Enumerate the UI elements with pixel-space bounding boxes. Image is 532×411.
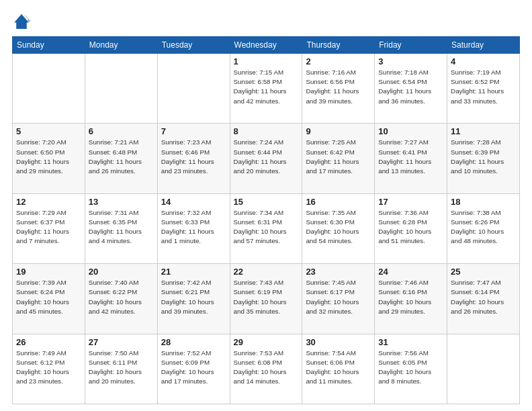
calendar-week-3: 12Sunrise: 7:29 AM Sunset: 6:37 PM Dayli… bbox=[13, 193, 520, 263]
calendar-cell: 4Sunrise: 7:19 AM Sunset: 6:52 PM Daylig… bbox=[447, 54, 520, 124]
calendar-week-4: 19Sunrise: 7:39 AM Sunset: 6:24 PM Dayli… bbox=[13, 264, 520, 334]
day-info: Sunrise: 7:27 AM Sunset: 6:41 PM Dayligh… bbox=[378, 138, 443, 176]
calendar-header-row: SundayMondayTuesdayWednesdayThursdayFrid… bbox=[13, 37, 520, 54]
day-number: 4 bbox=[451, 56, 516, 66]
day-info: Sunrise: 7:21 AM Sunset: 6:48 PM Dayligh… bbox=[89, 138, 154, 176]
day-header-thursday: Thursday bbox=[302, 37, 375, 54]
calendar-cell: 28Sunrise: 7:52 AM Sunset: 6:09 PM Dayli… bbox=[157, 334, 230, 404]
day-number: 12 bbox=[16, 197, 81, 207]
day-number: 3 bbox=[378, 56, 443, 66]
day-info: Sunrise: 7:25 AM Sunset: 6:42 PM Dayligh… bbox=[306, 138, 371, 176]
day-number: 30 bbox=[306, 337, 371, 347]
day-number: 21 bbox=[161, 267, 226, 277]
calendar-cell: 25Sunrise: 7:47 AM Sunset: 6:14 PM Dayli… bbox=[447, 264, 520, 334]
calendar-cell bbox=[157, 54, 230, 124]
calendar-cell: 7Sunrise: 7:23 AM Sunset: 6:46 PM Daylig… bbox=[157, 124, 230, 193]
day-info: Sunrise: 7:45 AM Sunset: 6:17 PM Dayligh… bbox=[306, 278, 371, 316]
calendar-week-1: 1Sunrise: 7:15 AM Sunset: 6:58 PM Daylig… bbox=[13, 54, 520, 124]
calendar-week-5: 26Sunrise: 7:49 AM Sunset: 6:12 PM Dayli… bbox=[13, 334, 520, 404]
calendar-cell: 12Sunrise: 7:29 AM Sunset: 6:37 PM Dayli… bbox=[13, 193, 85, 263]
day-number: 18 bbox=[451, 197, 516, 207]
day-info: Sunrise: 7:23 AM Sunset: 6:46 PM Dayligh… bbox=[161, 138, 226, 176]
day-info: Sunrise: 7:28 AM Sunset: 6:39 PM Dayligh… bbox=[451, 138, 516, 176]
day-info: Sunrise: 7:36 AM Sunset: 6:28 PM Dayligh… bbox=[378, 208, 443, 246]
day-number: 16 bbox=[306, 197, 371, 207]
page: SundayMondayTuesdayWednesdayThursdayFrid… bbox=[0, 0, 532, 411]
day-info: Sunrise: 7:46 AM Sunset: 6:16 PM Dayligh… bbox=[378, 278, 443, 316]
day-number: 17 bbox=[378, 197, 443, 207]
calendar-cell: 19Sunrise: 7:39 AM Sunset: 6:24 PM Dayli… bbox=[13, 264, 85, 334]
day-number: 14 bbox=[161, 197, 226, 207]
day-info: Sunrise: 7:15 AM Sunset: 6:58 PM Dayligh… bbox=[234, 68, 299, 106]
calendar-cell: 3Sunrise: 7:18 AM Sunset: 6:54 PM Daylig… bbox=[375, 54, 447, 124]
day-number: 26 bbox=[16, 337, 81, 347]
day-number: 19 bbox=[16, 267, 81, 277]
calendar-cell: 23Sunrise: 7:45 AM Sunset: 6:17 PM Dayli… bbox=[302, 264, 375, 334]
calendar-cell: 8Sunrise: 7:24 AM Sunset: 6:44 PM Daylig… bbox=[230, 124, 302, 193]
calendar-cell: 14Sunrise: 7:32 AM Sunset: 6:33 PM Dayli… bbox=[157, 193, 230, 263]
day-number: 6 bbox=[89, 126, 154, 136]
calendar-cell bbox=[13, 54, 85, 124]
day-number: 10 bbox=[378, 126, 443, 136]
calendar-cell: 24Sunrise: 7:46 AM Sunset: 6:16 PM Dayli… bbox=[375, 264, 447, 334]
day-info: Sunrise: 7:29 AM Sunset: 6:37 PM Dayligh… bbox=[16, 208, 81, 246]
day-number: 7 bbox=[161, 126, 226, 136]
day-number: 2 bbox=[306, 56, 371, 66]
calendar-cell: 15Sunrise: 7:34 AM Sunset: 6:31 PM Dayli… bbox=[230, 193, 302, 263]
header bbox=[12, 12, 520, 31]
day-info: Sunrise: 7:50 AM Sunset: 6:11 PM Dayligh… bbox=[89, 349, 154, 387]
calendar-table: SundayMondayTuesdayWednesdayThursdayFrid… bbox=[12, 36, 520, 404]
day-number: 31 bbox=[378, 337, 443, 347]
day-info: Sunrise: 7:35 AM Sunset: 6:30 PM Dayligh… bbox=[306, 208, 371, 246]
calendar-cell: 9Sunrise: 7:25 AM Sunset: 6:42 PM Daylig… bbox=[302, 124, 375, 193]
day-header-sunday: Sunday bbox=[13, 37, 85, 54]
calendar-cell: 6Sunrise: 7:21 AM Sunset: 6:48 PM Daylig… bbox=[85, 124, 157, 193]
calendar-cell bbox=[447, 334, 520, 404]
calendar-cell: 29Sunrise: 7:53 AM Sunset: 6:08 PM Dayli… bbox=[230, 334, 302, 404]
day-info: Sunrise: 7:43 AM Sunset: 6:19 PM Dayligh… bbox=[234, 278, 299, 316]
calendar-cell: 31Sunrise: 7:56 AM Sunset: 6:05 PM Dayli… bbox=[375, 334, 447, 404]
calendar-cell: 26Sunrise: 7:49 AM Sunset: 6:12 PM Dayli… bbox=[13, 334, 85, 404]
calendar-cell: 13Sunrise: 7:31 AM Sunset: 6:35 PM Dayli… bbox=[85, 193, 157, 263]
logo-icon bbox=[12, 12, 31, 31]
calendar-cell: 20Sunrise: 7:40 AM Sunset: 6:22 PM Dayli… bbox=[85, 264, 157, 334]
calendar-cell bbox=[85, 54, 157, 124]
day-info: Sunrise: 7:52 AM Sunset: 6:09 PM Dayligh… bbox=[161, 349, 226, 387]
day-number: 23 bbox=[306, 267, 371, 277]
calendar-cell: 2Sunrise: 7:16 AM Sunset: 6:56 PM Daylig… bbox=[302, 54, 375, 124]
day-number: 13 bbox=[89, 197, 154, 207]
calendar-cell: 16Sunrise: 7:35 AM Sunset: 6:30 PM Dayli… bbox=[302, 193, 375, 263]
day-number: 9 bbox=[306, 126, 371, 136]
day-info: Sunrise: 7:39 AM Sunset: 6:24 PM Dayligh… bbox=[16, 278, 81, 316]
logo bbox=[12, 12, 32, 31]
day-number: 20 bbox=[89, 267, 154, 277]
day-info: Sunrise: 7:38 AM Sunset: 6:26 PM Dayligh… bbox=[451, 208, 516, 246]
day-info: Sunrise: 7:24 AM Sunset: 6:44 PM Dayligh… bbox=[234, 138, 299, 176]
day-number: 1 bbox=[234, 56, 299, 66]
day-info: Sunrise: 7:31 AM Sunset: 6:35 PM Dayligh… bbox=[89, 208, 154, 246]
day-info: Sunrise: 7:40 AM Sunset: 6:22 PM Dayligh… bbox=[89, 278, 154, 316]
day-number: 5 bbox=[16, 126, 81, 136]
calendar-cell: 1Sunrise: 7:15 AM Sunset: 6:58 PM Daylig… bbox=[230, 54, 302, 124]
calendar-cell: 30Sunrise: 7:54 AM Sunset: 6:06 PM Dayli… bbox=[302, 334, 375, 404]
day-header-saturday: Saturday bbox=[447, 37, 520, 54]
day-number: 8 bbox=[234, 126, 299, 136]
calendar-cell: 27Sunrise: 7:50 AM Sunset: 6:11 PM Dayli… bbox=[85, 334, 157, 404]
day-info: Sunrise: 7:16 AM Sunset: 6:56 PM Dayligh… bbox=[306, 68, 371, 106]
day-number: 27 bbox=[89, 337, 154, 347]
day-info: Sunrise: 7:49 AM Sunset: 6:12 PM Dayligh… bbox=[16, 349, 81, 387]
day-number: 28 bbox=[161, 337, 226, 347]
day-header-wednesday: Wednesday bbox=[230, 37, 302, 54]
day-number: 11 bbox=[451, 126, 516, 136]
calendar-cell: 22Sunrise: 7:43 AM Sunset: 6:19 PM Dayli… bbox=[230, 264, 302, 334]
calendar-cell: 11Sunrise: 7:28 AM Sunset: 6:39 PM Dayli… bbox=[447, 124, 520, 193]
day-number: 29 bbox=[234, 337, 299, 347]
day-info: Sunrise: 7:19 AM Sunset: 6:52 PM Dayligh… bbox=[451, 68, 516, 106]
calendar-cell: 10Sunrise: 7:27 AM Sunset: 6:41 PM Dayli… bbox=[375, 124, 447, 193]
day-number: 22 bbox=[234, 267, 299, 277]
day-info: Sunrise: 7:54 AM Sunset: 6:06 PM Dayligh… bbox=[306, 349, 371, 387]
day-number: 24 bbox=[378, 267, 443, 277]
day-header-tuesday: Tuesday bbox=[157, 37, 230, 54]
calendar-cell: 21Sunrise: 7:42 AM Sunset: 6:21 PM Dayli… bbox=[157, 264, 230, 334]
day-info: Sunrise: 7:20 AM Sunset: 6:50 PM Dayligh… bbox=[16, 138, 81, 176]
